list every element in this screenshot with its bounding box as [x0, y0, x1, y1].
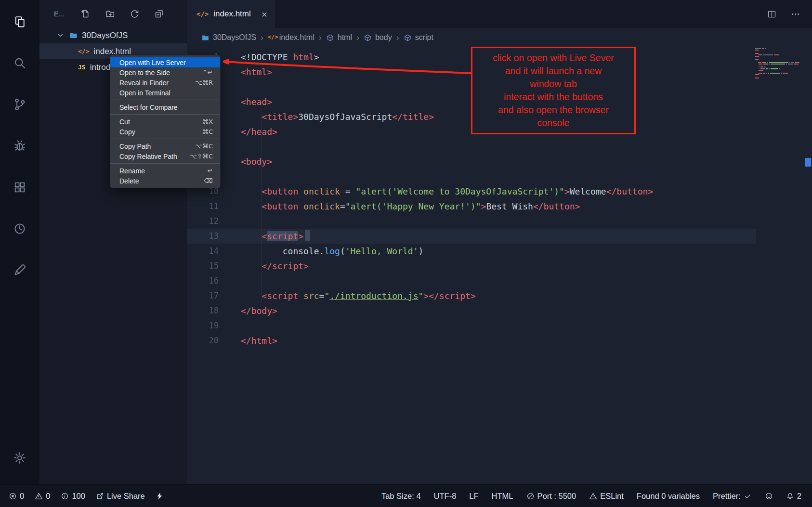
info-icon	[61, 492, 69, 500]
menu-item-rename[interactable]: Rename↵	[110, 166, 220, 176]
menu-item-open-in-terminal[interactable]: Open in Terminal	[110, 88, 220, 98]
tab-index-html[interactable]: </> index.html ×	[187, 0, 275, 28]
lightning-icon	[156, 492, 164, 500]
menu-item-label: Copy Relative Path	[119, 153, 177, 160]
activity-bar-item-source-control[interactable]	[0, 84, 39, 125]
breadcrumb-separator: ›	[319, 33, 322, 43]
status-smiley[interactable]	[765, 492, 773, 500]
menu-item-copy[interactable]: Copy⌘C	[110, 127, 220, 137]
menu-separator	[110, 100, 220, 100]
more-actions-button[interactable]	[790, 9, 800, 19]
menu-item-open-to-the-side[interactable]: Open to the Side⌃↵	[110, 67, 220, 78]
ellipsis-icon	[790, 9, 800, 19]
status-prettier[interactable]: Prettier:	[713, 492, 752, 501]
files-icon	[13, 15, 26, 28]
status-bar: 00100Live Share Tab Size: 4UTF-8LFHTMLPo…	[0, 484, 812, 507]
status-0[interactable]: 0	[9, 492, 24, 501]
status-item-label: 0	[46, 492, 50, 501]
menu-item-label: Cut	[119, 118, 130, 126]
menu-item-select-for-compare[interactable]: Select for Compare	[110, 102, 220, 112]
activity-bar-item-debug[interactable]	[0, 125, 39, 167]
status-2[interactable]: 2	[786, 492, 801, 501]
menu-item-shortcut: ⌘X	[202, 118, 213, 125]
menu-item-shortcut: ⌥⌘C	[195, 143, 213, 150]
activity-bar-item-extensions[interactable]	[0, 167, 39, 208]
menu-item-shortcut: ⌃↵	[202, 69, 213, 76]
activity-bar	[0, 0, 39, 485]
code-line: 12	[187, 214, 812, 229]
menu-item-label: Rename	[119, 167, 145, 175]
status-0[interactable]: 0	[35, 492, 50, 501]
status-item-label: 0	[20, 492, 24, 501]
breadcrumb: 30DaysOfJS›</>index.html›html›body›scrip…	[187, 28, 812, 47]
status-item-label: 100	[72, 492, 85, 501]
status-eslint[interactable]: ESLint	[589, 492, 624, 501]
breadcrumb-30daysofjs[interactable]: 30DaysOfJS	[201, 33, 256, 42]
status-tab-size-4[interactable]: Tab Size: 4	[381, 492, 421, 501]
status-item-label: Prettier:	[713, 492, 741, 501]
live-share-icon	[96, 492, 104, 500]
error-icon	[9, 492, 17, 500]
split-editor-button[interactable]	[767, 9, 777, 19]
activity-bar-item-clock[interactable]	[0, 208, 39, 249]
menu-separator	[110, 114, 220, 115]
debug-icon	[13, 139, 26, 153]
code-line: 14 console.log('Hello, World')	[187, 244, 812, 259]
annotation-line: interact with the buttons	[474, 91, 632, 104]
line-number: 15	[187, 259, 219, 273]
breadcrumb-script[interactable]: script	[404, 33, 433, 42]
line-number: 20	[187, 333, 219, 348]
activity-bar-item-gear[interactable]	[0, 443, 39, 472]
collapse-all-button[interactable]	[154, 9, 164, 19]
code-line: 11 <button onclick="alert('Happy New Yea…	[187, 199, 812, 214]
refresh-button[interactable]	[130, 9, 140, 19]
breadcrumb-label: script	[415, 33, 433, 42]
breadcrumb-html[interactable]: html	[326, 33, 352, 42]
status-100[interactable]: 100	[61, 492, 85, 501]
cube-icon	[404, 34, 412, 42]
breadcrumb-index-html[interactable]: </>index.html	[268, 33, 314, 42]
menu-item-cut[interactable]: Cut⌘X	[110, 117, 220, 127]
folder-row-30daysofjs[interactable]: 30DaysOfJS	[39, 27, 187, 43]
status-item-label: ESLint	[600, 492, 624, 501]
status-lf[interactable]: LF	[469, 492, 478, 501]
vscode-window: E... 30DaysOfJS</>index.htmlJSintroducti…	[0, 0, 812, 507]
status-html[interactable]: HTML	[492, 492, 513, 501]
folder-icon	[69, 31, 78, 40]
menu-item-label: Select for Compare	[119, 104, 178, 111]
line-number: 11	[187, 199, 219, 214]
new-folder-button[interactable]	[105, 9, 115, 19]
activity-bar-item-files[interactable]	[0, 1, 39, 42]
status-item-label: Live Share	[107, 492, 145, 501]
status-lightning[interactable]	[156, 492, 164, 500]
menu-item-shortcut: ⌥⌘R	[195, 79, 213, 86]
menu-item-delete[interactable]: Delete⌫	[110, 176, 220, 186]
smiley-icon	[765, 492, 773, 500]
tab-bar: </> index.html ×	[187, 0, 812, 28]
status-port-5500[interactable]: Port : 5500	[526, 492, 576, 501]
refresh-icon	[130, 9, 140, 19]
menu-item-open-with-live-server[interactable]: Open with Live Server	[110, 57, 220, 67]
status-found-0-variables[interactable]: Found 0 variables	[637, 492, 700, 501]
status-item-label: Tab Size: 4	[381, 492, 421, 501]
new-file-button[interactable]	[80, 9, 91, 19]
menu-item-shortcut: ⌫	[204, 177, 213, 184]
menu-item-reveal-in-finder[interactable]: Reveal in Finder⌥⌘R	[110, 78, 220, 88]
breadcrumb-body[interactable]: body	[364, 33, 392, 42]
collapse-all-icon	[154, 9, 164, 19]
status-live-share[interactable]: Live Share	[96, 492, 145, 501]
annotation-line: window tab	[474, 78, 632, 91]
code-line: 16	[187, 273, 812, 288]
activity-bar-item-pen[interactable]	[0, 249, 39, 291]
annotation-box: click on open with Live Severand it will…	[471, 47, 636, 134]
minimap[interactable]	[755, 48, 799, 78]
search-icon	[13, 56, 26, 70]
activity-bar-item-search[interactable]	[0, 42, 39, 84]
scrollbar-marker[interactable]	[805, 158, 811, 167]
annotation-line: and it will launch a new	[474, 65, 632, 78]
tab-close-icon[interactable]: ×	[262, 9, 267, 19]
code-line: 17 <script src="./introduction.js"></scr…	[187, 288, 812, 303]
status-utf-8[interactable]: UTF-8	[434, 492, 457, 501]
menu-item-copy-path[interactable]: Copy Path⌥⌘C	[110, 141, 220, 151]
menu-item-copy-relative-path[interactable]: Copy Relative Path⌥⇧⌘C	[110, 151, 220, 161]
